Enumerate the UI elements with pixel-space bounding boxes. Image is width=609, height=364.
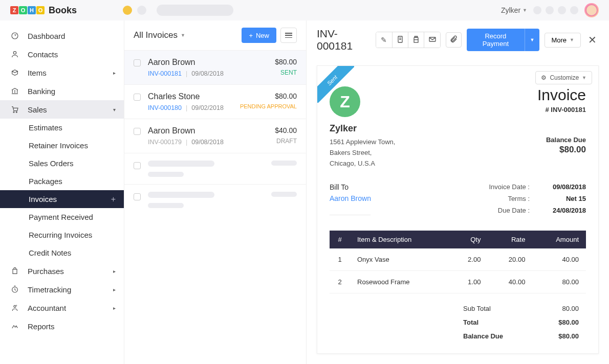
- attachment-button[interactable]: [446, 32, 462, 48]
- row-checkbox[interactable]: [134, 59, 141, 66]
- invoice-status: PENDING APPROVAL: [240, 103, 297, 109]
- meta-label: Terms :: [508, 195, 530, 202]
- sidebar-item-label: Accountant: [28, 304, 66, 312]
- sidebar-item-accountant[interactable]: Accountant: [0, 299, 124, 317]
- user-avatar[interactable]: [584, 3, 599, 17]
- new-invoice-button[interactable]: + New: [242, 28, 276, 43]
- item-amount: 80.00: [532, 271, 586, 293]
- document-header: Z Zylker 1561 Appleview Town, Bakers Str…: [330, 86, 586, 169]
- sidebar-item-label: Purchases: [28, 267, 64, 276]
- close-icon: ✕: [588, 34, 597, 46]
- list-filter-dropdown[interactable]: All Invoices ▼: [134, 30, 185, 40]
- invoice-row[interactable]: Charles StoneINV-000180|09/02/2018$80.00…: [124, 84, 306, 119]
- placeholder-icon: [570, 6, 578, 14]
- org-switcher[interactable]: Zylker ▼: [501, 6, 527, 14]
- addr-line: Bakers Street,: [330, 148, 395, 158]
- meta-value: Net 15: [545, 195, 586, 202]
- sidebar-subitem-estimates[interactable]: Estimates: [0, 119, 124, 136]
- total-value: $80.00: [558, 318, 579, 326]
- gear-icon: ⚙: [541, 74, 547, 81]
- placeholder-icon: [546, 6, 554, 14]
- col-qty: Qty: [449, 231, 488, 248]
- sidebar-item-label: Dashboard: [28, 32, 65, 40]
- record-payment-button[interactable]: Record Payment: [467, 29, 524, 51]
- sidebar-item-sales[interactable]: Sales: [0, 100, 124, 119]
- sidebar-item-contacts[interactable]: Contacts: [0, 45, 124, 63]
- total-value: 80.00: [562, 305, 579, 312]
- svg-rect-8: [415, 36, 418, 37]
- hamburger-icon: [285, 33, 292, 38]
- meta-label: Due Date :: [498, 207, 530, 214]
- org-name: Zylker: [501, 6, 520, 14]
- sidebar-item-label: Timetracking: [28, 285, 71, 294]
- sidebar-subitem-packages[interactable]: Packages: [0, 172, 124, 190]
- sidebar-subitem-retainer-invoices[interactable]: Retainer Invoices: [0, 136, 124, 154]
- record-payment-dropdown[interactable]: ▼: [525, 29, 540, 51]
- list-actions: + New: [242, 28, 297, 43]
- bill-to-name[interactable]: Aaron Brown: [330, 194, 371, 202]
- email-button[interactable]: [424, 32, 440, 48]
- customize-button[interactable]: ⚙ Customize ▼: [535, 71, 592, 84]
- sidebar-item-items[interactable]: Items: [0, 63, 124, 82]
- chevron-down-icon: ▼: [530, 37, 535, 42]
- invoice-number: INV-000181: [148, 70, 182, 77]
- meta-row: Due Date :24/08/2018: [489, 207, 586, 214]
- row-checkbox[interactable]: [134, 94, 141, 101]
- placeholder-dot: [123, 6, 132, 15]
- meta-value: 09/08/2018: [545, 183, 586, 191]
- list-view-button[interactable]: [280, 28, 297, 43]
- document-title-block: Invoice # INV-000181 Balance Due $80.00: [537, 86, 586, 169]
- plus-icon: +: [249, 32, 253, 39]
- items-icon: [10, 68, 19, 77]
- sidebar-item-label: Banking: [28, 87, 55, 96]
- close-button[interactable]: ✕: [586, 34, 599, 46]
- svg-point-3: [16, 111, 17, 112]
- line-item-row: 1Onyx Vase2.0020.0040.00: [330, 248, 586, 271]
- sidebar-item-timetracking[interactable]: Timetracking: [0, 280, 124, 299]
- sidebar-subitem-sales-orders[interactable]: Sales Orders: [0, 154, 124, 172]
- print-button[interactable]: [408, 32, 424, 48]
- item-amount: 40.00: [532, 248, 586, 271]
- action-icon-group: ✎: [376, 32, 441, 48]
- list-title-label: All Invoices: [134, 30, 178, 40]
- totals-block: Sub Total80.00Total$80.00Balance Due$80.…: [463, 302, 586, 343]
- invoice-status: SENT: [275, 69, 297, 76]
- svg-point-1: [13, 52, 16, 54]
- sidebar-item-label: Contacts: [28, 50, 58, 59]
- row-body: Aaron BrownINV-000181|09/08/2018: [148, 58, 275, 77]
- invoice-date: 09/08/2018: [191, 70, 224, 77]
- app-logo[interactable]: Z O H O Books: [10, 5, 77, 16]
- invoice-amount: $80.00: [275, 58, 297, 66]
- sidebar-item-dashboard[interactable]: Dashboard: [0, 27, 124, 45]
- logo-tile: O: [19, 6, 27, 14]
- purchases-icon: [10, 266, 19, 276]
- more-button[interactable]: More ▼: [545, 33, 581, 48]
- row-checkbox[interactable]: [134, 128, 141, 135]
- ribbon-label: Sent: [317, 66, 354, 103]
- sidebar-item-purchases[interactable]: Purchases: [0, 262, 124, 280]
- edit-button[interactable]: ✎: [376, 32, 392, 48]
- time-icon: [10, 285, 19, 294]
- topbar: Z O H O Books Zylker ▼: [0, 0, 609, 20]
- invoice-row[interactable]: Aaron BrownINV-000181|09/08/2018$80.00SE…: [124, 50, 306, 84]
- invoice-date: 09/02/2018: [191, 104, 224, 111]
- sidebar-subitem-credit-notes[interactable]: Credit Notes: [0, 244, 124, 262]
- sidebar-subitem-recurring-invoices[interactable]: Recurring Invoices: [0, 226, 124, 244]
- sidebar-item-banking[interactable]: Banking: [0, 82, 124, 100]
- sidebar-item-label: Sales: [28, 105, 47, 114]
- status-ribbon: Sent: [317, 66, 354, 103]
- invoice-row[interactable]: Aaron BrownINV-000179|09/08/2018$40.00DR…: [124, 119, 306, 153]
- invoice-number: INV-000179: [148, 139, 182, 146]
- pdf-button[interactable]: [392, 32, 408, 48]
- sidebar-item-reports[interactable]: Reports: [0, 317, 124, 335]
- customize-label: Customize: [550, 74, 579, 81]
- item-rate: 20.00: [488, 248, 532, 271]
- main-layout: DashboardContactsItemsBankingSalesEstima…: [0, 20, 609, 364]
- sidebar-subitem-payment-received[interactable]: Payment Received: [0, 208, 124, 226]
- item-qty: 2.00: [449, 248, 488, 271]
- sidebar-subitem-invoices[interactable]: Invoices: [0, 190, 124, 208]
- logo-tile: O: [36, 6, 45, 14]
- sidebar-item-label: Items: [28, 69, 47, 77]
- svg-point-2: [13, 111, 14, 112]
- invoice-row-skeleton: xxx: [124, 153, 306, 184]
